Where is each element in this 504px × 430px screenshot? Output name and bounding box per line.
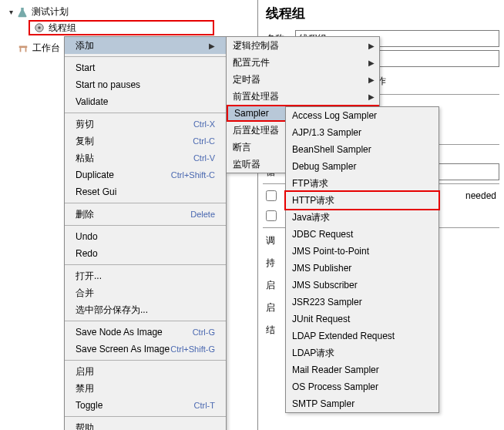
tree-label: 测试计划 <box>32 5 69 18</box>
svg-rect-4 <box>25 48 27 52</box>
sampler-item[interactable]: OS Process Sampler <box>286 378 438 395</box>
chevron-right-icon: ▶ <box>368 42 375 50</box>
sampler-item[interactable]: Access Log Sampler <box>286 107 438 124</box>
menu-save-screen-image[interactable]: Save Screen As ImageCtrl+Shift-G <box>65 341 226 358</box>
sampler-item[interactable]: AJP/1.3 Sampler <box>286 124 438 141</box>
menu-add[interactable]: 添加 ▶ <box>65 37 226 54</box>
menu-open[interactable]: 打开... <box>65 267 226 284</box>
menu-save-selection[interactable]: 选中部分保存为... <box>65 301 226 318</box>
chevron-right-icon: ▶ <box>368 76 375 84</box>
sampler-item[interactable]: Mail Reader Sampler <box>286 361 438 378</box>
page-title: 线程组 <box>263 2 499 27</box>
menu-cut[interactable]: 剪切Ctrl-X <box>65 116 226 133</box>
sampler-item[interactable]: Debug Sampler <box>286 158 438 175</box>
menu-copy[interactable]: 复制Ctrl-C <box>65 133 226 149</box>
sampler-item[interactable]: BeanShell Sampler <box>286 141 438 158</box>
sampler-item[interactable]: JMS Subscriber <box>286 277 438 294</box>
menu-start-no-pauses[interactable]: Start no pauses <box>65 76 226 93</box>
sampler-item[interactable]: JMS Publisher <box>286 260 438 277</box>
threadgroup-icon <box>33 22 45 34</box>
tree-label: 线程组 <box>49 22 76 35</box>
menu-undo[interactable]: Undo <box>65 228 226 245</box>
menu-help[interactable]: 帮助 <box>65 419 226 430</box>
sampler-item[interactable]: SMTP Sampler <box>286 395 438 412</box>
sampler-submenu: Access Log SamplerAJP/1.3 SamplerBeanShe… <box>285 106 439 413</box>
menu-duplicate[interactable]: DuplicateCtrl+Shift-C <box>65 166 226 183</box>
scheduler-checkbox[interactable] <box>266 210 277 221</box>
menu-start[interactable]: Start <box>65 59 226 76</box>
menu-save-node-image[interactable]: Save Node As ImageCtrl-G <box>65 324 226 341</box>
sampler-item[interactable]: JMS Point-to-Point <box>286 243 438 260</box>
workbench-icon <box>17 42 29 55</box>
sampler-item[interactable]: JSR223 Sampler <box>286 294 438 311</box>
tree-label: 工作台 <box>32 42 60 55</box>
menu-paste[interactable]: 粘贴Ctrl-V <box>65 149 226 166</box>
menu-reset-gui[interactable]: Reset Gui <box>65 183 226 200</box>
menu-toggle[interactable]: ToggleCtrl-T <box>65 397 226 414</box>
menu-redo[interactable]: Redo <box>65 245 226 262</box>
sampler-item[interactable]: LDAP Extended Request <box>286 328 438 344</box>
sampler-item[interactable]: JDBC Request <box>286 226 438 243</box>
menu-disable[interactable]: 禁用 <box>65 380 226 397</box>
tree-node-threadgroup[interactable]: 线程组 <box>29 20 214 35</box>
tree-node-testplan[interactable]: ▾ 测试计划 <box>6 4 257 20</box>
chevron-right-icon: ▶ <box>368 92 375 101</box>
chevron-right-icon: ▶ <box>209 42 215 50</box>
collapse-icon[interactable]: ▾ <box>9 8 13 16</box>
needed-label: needed <box>465 190 496 201</box>
svg-point-1 <box>38 26 41 29</box>
menu-enable[interactable]: 启用 <box>65 363 226 380</box>
sampler-item[interactable]: LDAP请求 <box>286 344 438 361</box>
testplan-icon <box>16 6 29 18</box>
submenu-pre-processor[interactable]: 前置处理器▶ <box>227 88 379 105</box>
menu-merge[interactable]: 合并 <box>65 284 226 301</box>
context-menu: 添加 ▶ Start Start no pauses Validate 剪切Ct… <box>64 36 227 430</box>
sampler-item[interactable]: Java请求 <box>286 209 438 226</box>
submenu-logic-controller[interactable]: 逻辑控制器▶ <box>227 37 379 54</box>
sampler-item[interactable]: JUnit Request <box>286 311 438 328</box>
submenu-timer[interactable]: 定时器▶ <box>227 71 379 88</box>
chevron-right-icon: ▶ <box>368 59 375 67</box>
menu-validate[interactable]: Validate <box>65 93 226 110</box>
sampler-item[interactable]: HTTP请求 <box>286 192 438 209</box>
menu-delete[interactable]: 删除Delete <box>65 206 226 223</box>
delay-checkbox[interactable] <box>266 190 277 201</box>
sampler-item[interactable]: FTP请求 <box>286 175 438 192</box>
submenu-config-element[interactable]: 配置元件▶ <box>227 54 379 71</box>
svg-rect-3 <box>20 48 22 52</box>
svg-rect-2 <box>19 45 28 48</box>
